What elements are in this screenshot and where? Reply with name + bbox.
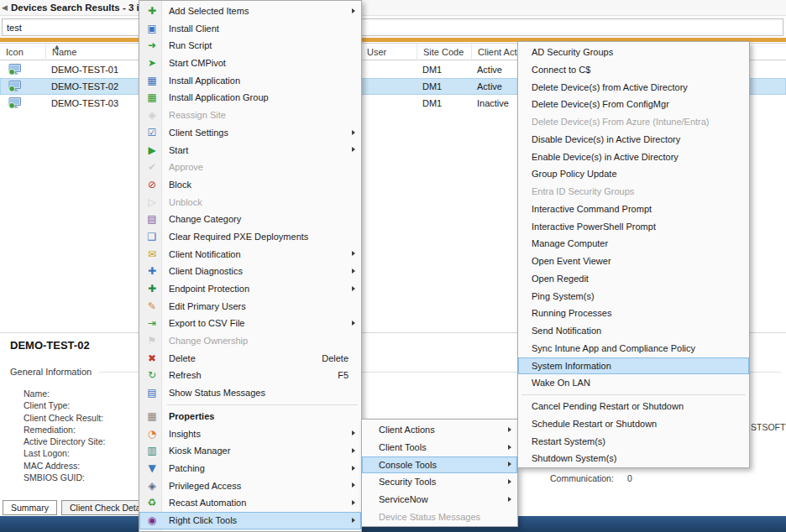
tab-summary[interactable]: Summary (3, 500, 57, 515)
collapse-pane-icon[interactable]: ◀ (2, 3, 8, 12)
menu-item-label: Group Policy Update (532, 169, 617, 179)
menu-item-install-application[interactable]: ▦Install Application (139, 72, 361, 90)
menu-item-shutdown-system-s[interactable]: Shutdown System(s) (518, 450, 749, 467)
install-application-icon: ▦ (144, 72, 160, 90)
menu-item-label: Clear Required PXE Deployments (169, 232, 308, 242)
menu-item-open-event-viewer[interactable]: Open Event Viewer (518, 253, 749, 270)
install-client-icon: ▣ (144, 20, 160, 38)
menu-item-servicenow[interactable]: ServiceNow (362, 491, 517, 509)
console-tools-submenu: AD Security GroupsConnect to C$Delete De… (517, 41, 750, 468)
menu-item-label: Interactive Command Prompt (532, 204, 652, 214)
menu-item-export-to-csv-file[interactable]: ⇥Export to CSV File (139, 315, 361, 332)
menu-item-edit-primary-users[interactable]: ✎Edit Primary Users (139, 298, 361, 316)
menu-item-install-client[interactable]: ▣Install Client (139, 20, 361, 38)
kiosk-manager-icon: ▥ (144, 442, 160, 460)
menu-item-enable-device-s-in-active-directory[interactable]: Enable Device(s) in Active Directory (518, 149, 749, 166)
menu-item-run-script[interactable]: ➜Run Script (139, 37, 361, 55)
menu-item-right-click-tools[interactable]: ◉Right Click Tools (139, 512, 361, 529)
submenu-arrow-icon (352, 321, 355, 326)
field-label-mac-address: MAC Address: (24, 460, 105, 472)
cell-client-activity: Inactive (477, 95, 509, 112)
menu-item-cancel-pending-restart-or-shutdown[interactable]: Cancel Pending Restart or Shutdown (518, 398, 749, 415)
menu-item-label: AD Security Groups (532, 47, 613, 57)
results-pane-titlebar: ◀ Devices Search Results - 3 items (0, 0, 786, 16)
menu-item-clear-required-pxe-deployments[interactable]: ❑Clear Required PXE Deployments (139, 228, 361, 246)
menu-item-delete[interactable]: ✖DeleteDelete (139, 350, 361, 368)
menu-item-label: Properties (169, 411, 214, 421)
menu-item-properties[interactable]: ▦Properties (139, 408, 361, 425)
menu-item-ping-system-s[interactable]: Ping System(s) (518, 288, 749, 305)
menu-item-kiosk-manager[interactable]: ▥Kiosk Manager (139, 442, 361, 460)
menu-item-running-processes[interactable]: Running Processes (518, 305, 749, 322)
search-input[interactable] (2, 18, 783, 36)
submenu-arrow-icon (508, 445, 511, 450)
menu-item-label: Endpoint Protection (169, 284, 249, 294)
summary-field-communication-label: Communication: (550, 473, 614, 483)
menu-item-sync-intune-app-and-compliance-policy[interactable]: Sync Intune App and Compliance Policy (518, 340, 749, 357)
column-header-site-code[interactable]: Site Code (417, 44, 472, 60)
menu-item-endpoint-protection[interactable]: ✚Endpoint Protection (139, 280, 361, 298)
right-click-tools-submenu: Client ActionsClient ToolsConsole ToolsS… (361, 419, 518, 527)
field-label-client-type: Client Type: (24, 399, 105, 411)
menu-item-client-notification[interactable]: ✉Client Notification (139, 246, 361, 263)
section-general-information: General Information (10, 367, 92, 377)
menu-item-refresh[interactable]: ↻RefreshF5 (139, 367, 361, 384)
menu-item-connect-to-c[interactable]: Connect to C$ (518, 61, 749, 79)
menu-item-disable-device-s-in-active-directory[interactable]: Disable Device(s) in Active Directory (518, 131, 749, 149)
menu-item-client-diagnostics[interactable]: ✚Client Diagnostics (139, 263, 361, 280)
menu-item-restart-system-s[interactable]: Restart System(s) (518, 433, 749, 451)
menu-item-ad-security-groups[interactable]: AD Security Groups (518, 44, 749, 61)
client-diagnostics-icon: ✚ (144, 263, 160, 280)
submenu-arrow-icon (352, 448, 355, 453)
menu-item-interactive-powershell-prompt[interactable]: Interactive PowerShell Prompt (518, 218, 749, 236)
menu-item-add-selected-items[interactable]: ✚Add Selected Items (139, 3, 361, 20)
menu-item-patching[interactable]: ▼Patching (139, 460, 361, 477)
menu-item-manage-computer[interactable]: Manage Computer (518, 235, 749, 253)
menu-item-delete-device-s-from-azure-intune-entra: Delete Device(s) From Azure (Intune/Entr… (518, 113, 749, 131)
menu-item-label: Approve (169, 162, 203, 172)
device-context-menu: ✚Add Selected Items▣Install Client➜Run S… (139, 0, 362, 532)
menu-item-client-actions[interactable]: Client Actions (362, 421, 517, 439)
menu-item-client-tools[interactable]: Client Tools (362, 439, 517, 456)
menu-item-privileged-access[interactable]: ◈Privileged Access (139, 477, 361, 495)
menu-item-start[interactable]: ▶Start (139, 142, 361, 159)
cell-device-name: DEMO-TEST-01 (51, 61, 118, 78)
block-icon: ⊘ (144, 176, 160, 194)
menu-item-interactive-command-prompt[interactable]: Interactive Command Prompt (518, 201, 749, 218)
menu-item-block[interactable]: ⊘Block (139, 176, 361, 194)
menu-item-console-tools[interactable]: Console Tools (362, 456, 517, 474)
column-header-icon[interactable]: Icon (0, 44, 46, 60)
menu-item-label: Refresh (169, 370, 202, 380)
status-messages-icon: ▤ (144, 384, 160, 402)
menu-item-open-regedit[interactable]: Open Regedit (518, 270, 749, 288)
menu-item-show-status-messages[interactable]: ▤Show Status Messages (139, 384, 361, 402)
menu-item-delete-device-s-from-configmgr[interactable]: Delete Device(s) From ConfigMgr (518, 96, 749, 113)
menu-item-label: Open Regedit (532, 274, 589, 284)
menu-item-label: Kiosk Manager (169, 446, 230, 456)
menu-item-approve: ✔Approve (139, 159, 361, 176)
add-items-icon: ✚ (144, 3, 160, 20)
menu-item-recast-automation[interactable]: ♻Recast Automation (139, 494, 361, 512)
menu-item-label: Delete Device(s) from Active Directory (532, 82, 688, 92)
menu-item-system-information[interactable]: System Information (518, 357, 749, 375)
menu-item-send-notification[interactable]: Send Notification (518, 322, 749, 340)
menu-item-wake-on-lan[interactable]: Wake On LAN (518, 374, 749, 392)
menu-item-label: Reassign Site (169, 110, 226, 120)
menu-item-label: Client Diagnostics (169, 266, 243, 276)
menu-item-group-policy-update[interactable]: Group Policy Update (518, 165, 749, 183)
menu-item-label: Change Category (169, 214, 241, 224)
menu-item-schedule-restart-or-shutdown[interactable]: Schedule Restart or Shutdown (518, 415, 749, 433)
menu-item-device-status-messages: Device Status Messages (362, 509, 517, 526)
menu-item-label: Start (169, 145, 188, 155)
cell-client-activity: Active (477, 61, 502, 78)
menu-item-change-ownership: ⚑Change Ownership (139, 332, 361, 350)
menu-item-install-application-group[interactable]: ▦Install Application Group (139, 89, 361, 107)
column-header-user[interactable]: User (361, 44, 417, 60)
menu-item-label: Right Click Tools (169, 515, 237, 525)
menu-item-delete-device-s-from-active-directory[interactable]: Delete Device(s) from Active Directory (518, 79, 749, 96)
menu-item-security-tools[interactable]: Security Tools (362, 473, 517, 491)
menu-item-change-category[interactable]: ▤Change Category (139, 211, 361, 228)
menu-item-start-cmpivot[interactable]: ➤Start CMPivot (139, 55, 361, 72)
menu-item-insights[interactable]: ◔Insights (139, 425, 361, 443)
menu-item-client-settings[interactable]: ☑Client Settings (139, 124, 361, 142)
